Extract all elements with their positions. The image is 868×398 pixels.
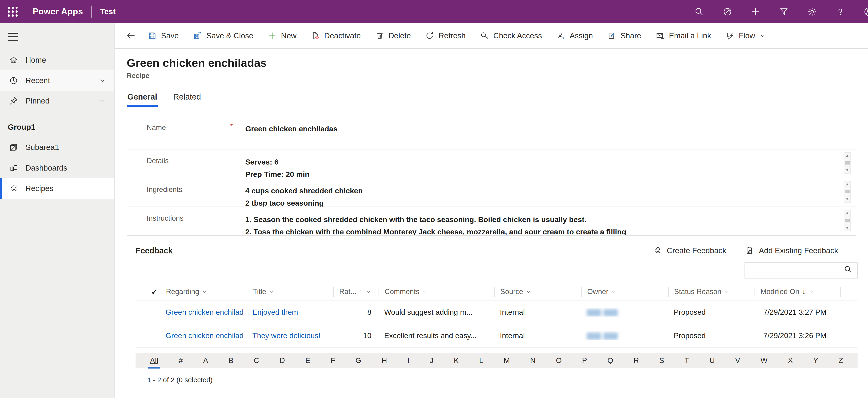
command-refresh[interactable]: Refresh xyxy=(418,23,473,48)
alpha-jump-e[interactable]: E xyxy=(305,356,311,365)
column-header-status-reason[interactable]: Status Reason xyxy=(668,286,754,297)
field-scrollbar[interactable]: ▲▼ xyxy=(844,152,851,174)
field-value[interactable]: Serves: 6Prep Time: 20 min xyxy=(245,149,856,178)
menu-toggle-button[interactable] xyxy=(8,33,18,41)
command-bar-items: SaveSave & CloseNewDeactivateDeleteRefre… xyxy=(141,23,773,48)
sidebar-item-pinned[interactable]: Pinned xyxy=(0,91,114,111)
alpha-jump-c[interactable]: C xyxy=(253,356,260,365)
brand-title[interactable]: Power Apps xyxy=(33,7,83,17)
command-share[interactable]: Share xyxy=(600,23,648,48)
alpha-jump-h[interactable]: H xyxy=(381,356,388,365)
app-checker-icon[interactable] xyxy=(722,7,733,17)
title-cell[interactable]: They were delicious! xyxy=(247,331,333,340)
scroll-down-icon[interactable]: ▼ xyxy=(845,197,849,201)
alpha-jump-g[interactable]: G xyxy=(355,356,362,365)
alpha-jump-v[interactable]: V xyxy=(735,356,741,365)
scroll-up-icon[interactable]: ▲ xyxy=(845,211,849,215)
column-header-modified-on[interactable]: Modified On↓ xyxy=(754,286,840,297)
alpha-jump-x[interactable]: X xyxy=(787,356,793,365)
alpha-jump-m[interactable]: M xyxy=(503,356,510,365)
scroll-down-icon[interactable]: ▼ xyxy=(845,168,849,172)
field-value[interactable]: 4 cups cooked shredded chicken2 tbsp tac… xyxy=(245,178,856,207)
column-header-regarding[interactable]: Regarding xyxy=(160,286,247,297)
app-launcher-icon[interactable] xyxy=(8,7,18,17)
alpha-jump-f[interactable]: F xyxy=(330,356,336,365)
account-icon[interactable] xyxy=(864,7,868,17)
sidebar-item-home[interactable]: Home xyxy=(0,50,114,70)
command-flow[interactable]: Flow xyxy=(718,23,773,48)
sidebar-item-recipes[interactable]: Recipes xyxy=(0,178,114,198)
column-header-comments[interactable]: Comments xyxy=(378,286,494,297)
alpha-jump-w[interactable]: W xyxy=(760,356,768,365)
alpha-jump-l[interactable]: L xyxy=(478,356,484,365)
sidebar-item-dashboards[interactable]: Dashboards xyxy=(0,158,114,178)
field-value[interactable]: Green chicken enchiladas xyxy=(245,116,856,149)
scroll-down-icon[interactable]: ▼ xyxy=(845,226,849,230)
column-header-owner[interactable]: Owner xyxy=(581,286,668,297)
select-all-checkmark[interactable]: ✓ xyxy=(135,287,160,296)
alpha-jump-i[interactable]: I xyxy=(407,356,410,365)
command-overflow-button[interactable] xyxy=(773,23,784,48)
tab-related[interactable]: Related xyxy=(173,92,202,107)
alpha-jump-k[interactable]: K xyxy=(453,356,459,365)
back-button[interactable] xyxy=(121,28,141,43)
column-header-title[interactable]: Title xyxy=(247,286,333,297)
title-cell[interactable]: Enjoyed them xyxy=(247,308,333,316)
scrollbar-thumb[interactable] xyxy=(845,161,850,164)
alpha-jump-s[interactable]: S xyxy=(659,356,665,365)
alpha-jump-a[interactable]: A xyxy=(203,356,209,365)
command-check-access[interactable]: Check Access xyxy=(473,23,549,48)
alpha-jump-[interactable]: # xyxy=(178,356,183,365)
quick-create-icon[interactable] xyxy=(750,7,761,17)
filter-icon[interactable] xyxy=(779,7,789,17)
alpha-jump-b[interactable]: B xyxy=(228,356,234,365)
command-save-close[interactable]: Save & Close xyxy=(186,23,260,48)
sidebar-item-subarea1[interactable]: Subarea1 xyxy=(0,137,114,158)
grid-search-input[interactable] xyxy=(745,263,858,278)
regarding-cell[interactable]: Green chicken enchilad xyxy=(160,331,247,340)
feedback-row[interactable]: Green chicken enchiladThey were deliciou… xyxy=(135,324,857,348)
settings-icon[interactable] xyxy=(807,7,817,17)
scrollbar-thumb[interactable] xyxy=(845,190,850,193)
command-email-a-link[interactable]: Email a Link xyxy=(648,23,718,48)
field-scrollbar[interactable]: ▲▼ xyxy=(844,181,851,203)
alpha-jump-o[interactable]: O xyxy=(555,356,562,365)
alpha-jump-all[interactable]: All xyxy=(150,356,159,365)
alpha-jump-j[interactable]: J xyxy=(429,356,434,365)
alpha-jump-u[interactable]: U xyxy=(709,356,715,365)
field-row-details: DetailsServes: 6Prep Time: 20 min▲▼ xyxy=(127,149,856,178)
scroll-up-icon[interactable]: ▲ xyxy=(845,154,849,158)
command-save[interactable]: Save xyxy=(141,23,186,48)
app-name[interactable]: Test xyxy=(100,7,116,16)
search-icon[interactable] xyxy=(694,7,704,17)
tab-general[interactable]: General xyxy=(127,92,158,107)
alphabet-filter-bar: All#ABCDEFGHIJKLMNOPQRSTUVWXYZ xyxy=(135,353,857,368)
command-new[interactable]: New xyxy=(260,23,304,48)
alpha-jump-z[interactable]: Z xyxy=(838,356,844,365)
scrollbar-thumb[interactable] xyxy=(845,219,850,222)
alpha-jump-n[interactable]: N xyxy=(530,356,536,365)
sidebar-item-recent[interactable]: Recent xyxy=(0,70,114,91)
command-deactivate[interactable]: Deactivate xyxy=(304,23,368,48)
alpha-jump-p[interactable]: P xyxy=(582,356,588,365)
add-existing-feedback-button[interactable]: Add Existing Feedback xyxy=(736,246,847,255)
field-scrollbar[interactable]: ▲▼ xyxy=(844,210,851,232)
field-value[interactable]: 1. Season the cooked shredded chicken wi… xyxy=(245,207,856,235)
alpha-jump-y[interactable]: Y xyxy=(813,356,819,365)
regarding-cell[interactable]: Green chicken enchilad xyxy=(160,308,247,316)
command-assign[interactable]: Assign xyxy=(549,23,600,48)
column-header-rat[interactable]: Rat...↑ xyxy=(333,286,379,297)
alpha-jump-d[interactable]: D xyxy=(279,356,285,365)
feedback-section-header: Feedback Create FeedbackAdd Existing Fee… xyxy=(135,246,857,255)
help-icon[interactable] xyxy=(835,7,845,17)
feedback-row[interactable]: Green chicken enchiladEnjoyed them8Would… xyxy=(135,300,857,324)
alpha-jump-r[interactable]: R xyxy=(633,356,640,365)
chevron-down-icon xyxy=(808,289,814,295)
command-delete[interactable]: Delete xyxy=(368,23,418,48)
chevron-down-icon xyxy=(611,289,617,295)
create-feedback-button[interactable]: Create Feedback xyxy=(644,246,736,255)
scroll-up-icon[interactable]: ▲ xyxy=(845,182,849,186)
column-header-source[interactable]: Source xyxy=(494,286,581,297)
alpha-jump-t[interactable]: T xyxy=(684,356,689,365)
alpha-jump-q[interactable]: Q xyxy=(607,356,614,365)
